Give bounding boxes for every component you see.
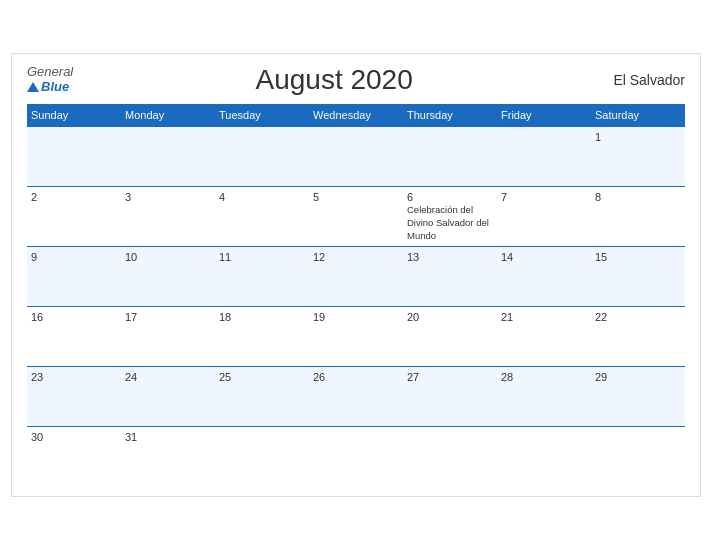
day-cell: 8	[591, 186, 685, 246]
day-number: 7	[501, 191, 587, 203]
logo: General Blue	[27, 65, 73, 94]
weekday-header-thursday: Thursday	[403, 104, 497, 127]
day-cell: 24	[121, 366, 215, 426]
day-number: 5	[313, 191, 399, 203]
day-cell: 28	[497, 366, 591, 426]
day-cell: 14	[497, 246, 591, 306]
day-cell: 5	[309, 186, 403, 246]
logo-general-text: General	[27, 65, 73, 79]
day-cell: 2	[27, 186, 121, 246]
day-number: 13	[407, 251, 493, 263]
day-cell: 31	[121, 426, 215, 486]
day-number: 20	[407, 311, 493, 323]
day-cell	[497, 426, 591, 486]
weekday-header-sunday: Sunday	[27, 104, 121, 127]
week-row-3: 16171819202122	[27, 306, 685, 366]
weekday-header-saturday: Saturday	[591, 104, 685, 127]
day-cell: 11	[215, 246, 309, 306]
weekday-header-monday: Monday	[121, 104, 215, 127]
day-cell: 1	[591, 126, 685, 186]
day-number: 16	[31, 311, 117, 323]
day-cell: 9	[27, 246, 121, 306]
day-cell: 26	[309, 366, 403, 426]
calendar-body: 123456Celebración del Divino Salvador de…	[27, 126, 685, 486]
day-cell: 6Celebración del Divino Salvador del Mun…	[403, 186, 497, 246]
week-row-4: 23242526272829	[27, 366, 685, 426]
day-cell: 29	[591, 366, 685, 426]
day-number: 24	[125, 371, 211, 383]
day-cell	[215, 426, 309, 486]
event-label: Celebración del Divino Salvador del Mund…	[407, 204, 489, 242]
weekday-header-wednesday: Wednesday	[309, 104, 403, 127]
day-cell: 10	[121, 246, 215, 306]
day-cell: 19	[309, 306, 403, 366]
day-cell: 13	[403, 246, 497, 306]
day-cell	[591, 426, 685, 486]
day-cell	[215, 126, 309, 186]
day-cell: 17	[121, 306, 215, 366]
day-number: 14	[501, 251, 587, 263]
day-cell: 22	[591, 306, 685, 366]
week-row-1: 23456Celebración del Divino Salvador del…	[27, 186, 685, 246]
day-number: 27	[407, 371, 493, 383]
day-number: 11	[219, 251, 305, 263]
day-number: 12	[313, 251, 399, 263]
day-cell: 4	[215, 186, 309, 246]
day-number: 2	[31, 191, 117, 203]
day-cell	[497, 126, 591, 186]
day-cell: 21	[497, 306, 591, 366]
calendar-table: SundayMondayTuesdayWednesdayThursdayFrid…	[27, 104, 685, 487]
day-number: 9	[31, 251, 117, 263]
week-row-2: 9101112131415	[27, 246, 685, 306]
weekday-header-friday: Friday	[497, 104, 591, 127]
day-number: 29	[595, 371, 681, 383]
logo-blue-text: Blue	[27, 80, 69, 94]
day-cell: 15	[591, 246, 685, 306]
day-number: 10	[125, 251, 211, 263]
day-number: 31	[125, 431, 211, 443]
week-row-0: 1	[27, 126, 685, 186]
day-number: 21	[501, 311, 587, 323]
day-cell: 27	[403, 366, 497, 426]
day-number: 19	[313, 311, 399, 323]
day-cell: 23	[27, 366, 121, 426]
day-number: 25	[219, 371, 305, 383]
day-number: 17	[125, 311, 211, 323]
day-cell: 16	[27, 306, 121, 366]
country-label: El Salvador	[595, 72, 685, 88]
day-cell: 7	[497, 186, 591, 246]
weekday-header-tuesday: Tuesday	[215, 104, 309, 127]
day-number: 8	[595, 191, 681, 203]
day-number: 26	[313, 371, 399, 383]
day-cell	[121, 126, 215, 186]
day-cell	[27, 126, 121, 186]
day-cell	[403, 426, 497, 486]
calendar-header: General Blue August 2020 El Salvador	[27, 64, 685, 96]
calendar-wrapper: General Blue August 2020 El Salvador Sun…	[11, 53, 701, 498]
day-cell: 20	[403, 306, 497, 366]
day-number: 4	[219, 191, 305, 203]
day-cell	[309, 426, 403, 486]
day-cell: 30	[27, 426, 121, 486]
logo-triangle-icon	[27, 82, 39, 92]
day-cell: 12	[309, 246, 403, 306]
day-number: 23	[31, 371, 117, 383]
day-number: 1	[595, 131, 681, 143]
week-row-5: 3031	[27, 426, 685, 486]
day-number: 28	[501, 371, 587, 383]
day-cell: 25	[215, 366, 309, 426]
calendar-header-row: SundayMondayTuesdayWednesdayThursdayFrid…	[27, 104, 685, 127]
day-number: 6	[407, 191, 493, 203]
day-cell: 3	[121, 186, 215, 246]
weekday-row: SundayMondayTuesdayWednesdayThursdayFrid…	[27, 104, 685, 127]
day-number: 15	[595, 251, 681, 263]
day-number: 3	[125, 191, 211, 203]
day-cell: 18	[215, 306, 309, 366]
day-cell	[309, 126, 403, 186]
day-cell	[403, 126, 497, 186]
day-number: 22	[595, 311, 681, 323]
day-number: 30	[31, 431, 117, 443]
month-title: August 2020	[73, 64, 595, 96]
day-number: 18	[219, 311, 305, 323]
